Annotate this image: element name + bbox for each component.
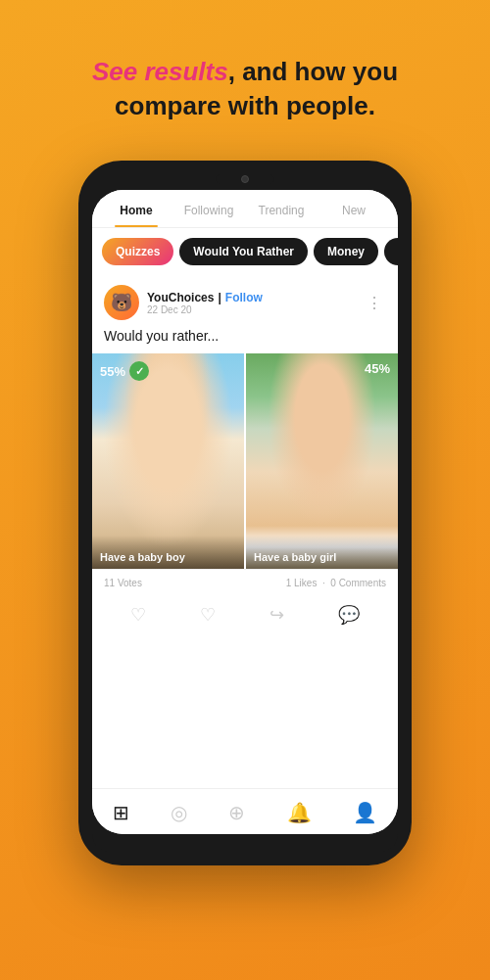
phone-camera bbox=[241, 175, 249, 183]
post-author-name: YouChoices bbox=[147, 291, 214, 304]
nav-tabs: Home Following Trending New bbox=[92, 190, 398, 228]
comment-button[interactable]: 💬 bbox=[330, 600, 368, 630]
header-line2: compare with people. bbox=[115, 91, 375, 120]
bottom-nav-explore[interactable]: ◎ bbox=[163, 799, 195, 826]
bottom-nav-bell[interactable]: 🔔 bbox=[279, 799, 319, 826]
post-question: Would you rather... bbox=[92, 326, 398, 353]
phone-screen: Home Following Trending New Quizzes Woul… bbox=[92, 190, 398, 834]
post-date: 22 Dec 20 bbox=[147, 304, 355, 315]
dislike-button[interactable]: ♡ bbox=[192, 600, 223, 630]
right-badge: 45% bbox=[365, 361, 390, 376]
header-line1-rest: , and how you bbox=[228, 57, 398, 86]
header-title: See results, and how you compare with pe… bbox=[63, 27, 427, 143]
left-percentage: 55% bbox=[100, 364, 125, 379]
bottom-nav-home[interactable]: ⊞ bbox=[105, 799, 137, 826]
vote-counts-row: 11 Votes 1 Likes · 0 Comments bbox=[104, 578, 386, 588]
tab-new[interactable]: New bbox=[318, 190, 390, 227]
header-highlight: See results bbox=[92, 57, 228, 86]
action-row: ♡ ♡ ↪ 💬 bbox=[104, 596, 386, 631]
choice-left[interactable]: 55% ✓ Have a baby boy bbox=[92, 353, 244, 569]
bottom-nav-add[interactable]: ⊕ bbox=[220, 799, 253, 826]
post-header: 🐻 YouChoices | Follow 22 Dec 20 ⋮ bbox=[92, 275, 398, 326]
phone-notch bbox=[216, 174, 274, 184]
bottom-nav-profile[interactable]: 👤 bbox=[345, 799, 385, 826]
phone-bottom-bar bbox=[92, 834, 398, 852]
right-choice-label: Have a baby girl bbox=[246, 536, 398, 569]
choice-right[interactable]: 45% Have a baby girl bbox=[246, 353, 398, 569]
left-badge: 55% ✓ bbox=[100, 361, 149, 381]
check-icon: ✓ bbox=[129, 361, 149, 381]
filter-pills-row: Quizzes Would You Rather Money Cele bbox=[92, 228, 398, 275]
post-footer: 11 Votes 1 Likes · 0 Comments ♡ ♡ ↪ 💬 bbox=[92, 569, 398, 635]
likes-comments: 1 Likes · 0 Comments bbox=[286, 578, 386, 588]
post-separator: | bbox=[218, 291, 220, 304]
like-button[interactable]: ♡ bbox=[122, 600, 154, 630]
pill-money[interactable]: Money bbox=[314, 238, 378, 265]
pill-celeb[interactable]: Cele bbox=[384, 238, 398, 265]
share-button[interactable]: ↪ bbox=[262, 600, 292, 630]
follow-button[interactable]: Follow bbox=[225, 291, 263, 304]
tab-following[interactable]: Following bbox=[172, 190, 245, 227]
vote-count: 11 Votes bbox=[104, 578, 142, 588]
tab-home[interactable]: Home bbox=[100, 190, 172, 227]
left-choice-label: Have a baby boy bbox=[92, 536, 244, 569]
pill-quizzes[interactable]: Quizzes bbox=[102, 238, 173, 265]
avatar: 🐻 bbox=[104, 285, 139, 320]
post-meta: YouChoices | Follow 22 Dec 20 bbox=[147, 291, 355, 315]
bottom-nav: ⊞ ◎ ⊕ 🔔 👤 bbox=[92, 788, 398, 834]
image-grid: 55% ✓ Have a baby boy 45% Have a baby gi… bbox=[92, 353, 398, 569]
phone-frame: Home Following Trending New Quizzes Woul… bbox=[78, 161, 412, 865]
post-author-row: YouChoices | Follow bbox=[147, 291, 355, 304]
post-card: 🐻 YouChoices | Follow 22 Dec 20 ⋮ Would … bbox=[92, 275, 398, 788]
more-options-button[interactable]: ⋮ bbox=[363, 290, 386, 316]
right-percentage: 45% bbox=[365, 361, 390, 376]
pill-would-you-rather[interactable]: Would You Rather bbox=[179, 238, 308, 265]
tab-trending[interactable]: Trending bbox=[245, 190, 318, 227]
page-header: See results, and how you compare with pe… bbox=[33, 0, 457, 161]
